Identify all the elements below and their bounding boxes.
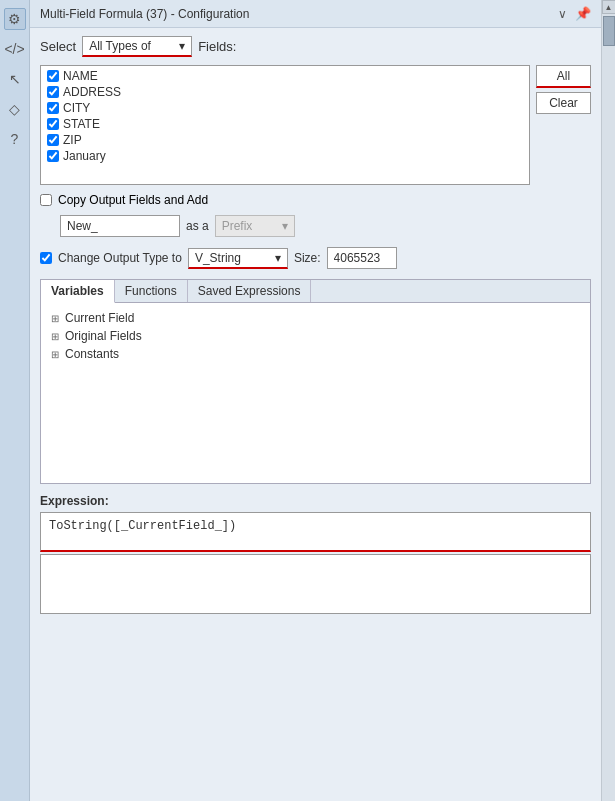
fields-list-container[interactable]: NAME ADDRESS CITY STATE: [40, 65, 530, 185]
sidebar-icon-help[interactable]: ?: [4, 128, 26, 150]
tree-expand-original: ⊞: [51, 331, 63, 342]
field-label-zip: ZIP: [63, 133, 82, 147]
field-checkbox-address[interactable]: [47, 86, 59, 98]
right-scrollbar: ▲: [601, 0, 615, 801]
tab-functions[interactable]: Functions: [115, 280, 188, 302]
prefix-dropdown[interactable]: Prefix ▾: [215, 215, 295, 237]
tab-saved-expressions[interactable]: Saved Expressions: [188, 280, 312, 302]
field-label-city: CITY: [63, 101, 90, 115]
expression-extra-area[interactable]: [40, 554, 591, 614]
new-field-row: as a Prefix ▾: [40, 215, 591, 237]
tree-item-constants[interactable]: ⊞ Constants: [47, 345, 584, 363]
copy-label: Copy Output Fields and Add: [58, 193, 208, 207]
pin-icon[interactable]: 📌: [575, 6, 591, 21]
type-dropdown[interactable]: All Types of ▾: [82, 36, 192, 57]
list-item: NAME: [43, 68, 527, 84]
field-label-state: STATE: [63, 117, 100, 131]
size-label: Size:: [294, 251, 321, 265]
tabs-header: Variables Functions Saved Expressions: [41, 280, 590, 303]
left-sidebar: ⚙ </> ↖ ◇ ?: [0, 0, 30, 801]
tree-label-original: Original Fields: [65, 329, 142, 343]
tree-expand-constants: ⊞: [51, 349, 63, 360]
field-checkbox-name[interactable]: [47, 70, 59, 82]
tab-content: ⊞ Current Field ⊞ Original Fields ⊞ Cons…: [41, 303, 590, 483]
scroll-up-arrow[interactable]: ▲: [602, 0, 616, 14]
tree-item-original-fields[interactable]: ⊞ Original Fields: [47, 327, 584, 345]
expression-value: ToString([_CurrentField_]): [49, 519, 236, 533]
sidebar-icon-code[interactable]: </>: [4, 38, 26, 60]
tree-item-current-field[interactable]: ⊞ Current Field: [47, 309, 584, 327]
sidebar-icon-settings[interactable]: ⚙: [4, 8, 26, 30]
sidebar-icon-tag[interactable]: ◇: [4, 98, 26, 120]
expression-box[interactable]: ToString([_CurrentField_]): [40, 512, 591, 552]
vstring-value: V_String: [195, 251, 241, 265]
output-type-label: Change Output Type to: [58, 251, 182, 265]
prefix-value: Prefix: [222, 219, 253, 233]
fields-label: Fields:: [198, 39, 236, 54]
output-type-row: Change Output Type to V_String ▾ Size:: [40, 247, 591, 269]
tree-label-current: Current Field: [65, 311, 134, 325]
fields-section: NAME ADDRESS CITY STATE: [40, 65, 591, 185]
title-actions: ∨ 📌: [558, 6, 591, 21]
copy-row: Copy Output Fields and Add: [40, 193, 591, 207]
tree-label-constants: Constants: [65, 347, 119, 361]
list-item: ADDRESS: [43, 84, 527, 100]
copy-checkbox[interactable]: [40, 194, 52, 206]
field-checkbox-city[interactable]: [47, 102, 59, 114]
list-item: CITY: [43, 100, 527, 116]
sidebar-icon-cursor[interactable]: ↖: [4, 68, 26, 90]
field-label-name: NAME: [63, 69, 98, 83]
list-item: January: [43, 148, 527, 164]
vstring-dropdown[interactable]: V_String ▾: [188, 248, 288, 269]
fields-list: NAME ADDRESS CITY STATE: [41, 66, 529, 166]
as-a-label: as a: [186, 219, 209, 233]
config-panel: Select All Types of ▾ Fields: NAME: [30, 28, 601, 801]
type-dropdown-value: All Types of: [89, 39, 151, 53]
tree-expand-current: ⊞: [51, 313, 63, 324]
select-label: Select: [40, 39, 76, 54]
output-type-checkbox[interactable]: [40, 252, 52, 264]
list-item: ZIP: [43, 132, 527, 148]
field-label-january: January: [63, 149, 106, 163]
field-checkbox-zip[interactable]: [47, 134, 59, 146]
field-label-address: ADDRESS: [63, 85, 121, 99]
main-panel: Multi-Field Formula (37) - Configuration…: [30, 0, 601, 801]
expression-label: Expression:: [40, 494, 591, 508]
field-checkbox-state[interactable]: [47, 118, 59, 130]
prefix-arrow: ▾: [282, 219, 288, 233]
clear-button[interactable]: Clear: [536, 92, 591, 114]
title-bar: Multi-Field Formula (37) - Configuration…: [30, 0, 601, 28]
panel-title: Multi-Field Formula (37) - Configuration: [40, 7, 249, 21]
scroll-thumb[interactable]: [603, 16, 615, 46]
collapse-chevron[interactable]: ∨: [558, 7, 567, 21]
expression-section: Expression: ToString([_CurrentField_]): [40, 494, 591, 614]
new-field-input[interactable]: [60, 215, 180, 237]
list-item: STATE: [43, 116, 527, 132]
type-dropdown-arrow: ▾: [179, 39, 185, 53]
size-input[interactable]: [327, 247, 397, 269]
field-checkbox-january[interactable]: [47, 150, 59, 162]
fields-buttons: All Clear: [536, 65, 591, 185]
tabs-section: Variables Functions Saved Expressions ⊞ …: [40, 279, 591, 484]
select-row: Select All Types of ▾ Fields:: [40, 36, 591, 57]
vstring-arrow: ▾: [275, 251, 281, 265]
all-button[interactable]: All: [536, 65, 591, 88]
tab-variables[interactable]: Variables: [41, 280, 115, 303]
